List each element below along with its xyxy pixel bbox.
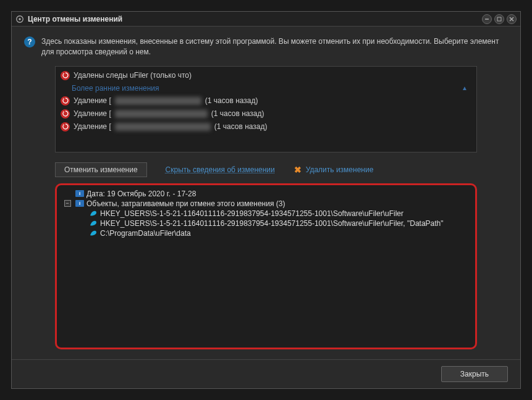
undo-change-button[interactable]: Отменить изменение — [55, 162, 147, 177]
change-suffix: (1 часов назад) — [214, 122, 268, 131]
change-prefix: Удаление [ — [74, 122, 111, 131]
footer: Закрыть — [12, 359, 520, 388]
tree-expander[interactable]: − — [62, 200, 73, 207]
redacted-text — [115, 110, 208, 118]
change-item[interactable]: Удаление [ (1 часов назад) — [56, 107, 476, 120]
details-panel: i Дата: 19 Октябрь 2020 г. - 17-28 − i О… — [55, 183, 477, 349]
change-suffix: (1 часов назад) — [205, 96, 258, 105]
delete-x-icon: ✖ — [293, 165, 302, 174]
close-window-button[interactable] — [507, 14, 517, 24]
objects-label: Объекты, затрагиваемые при отмене этого … — [87, 199, 285, 208]
app-icon — [15, 15, 24, 23]
path-text: HKEY_USERS\S-1-5-21-1164011116-291983795… — [100, 209, 403, 218]
info-badge-icon: i — [75, 190, 84, 197]
path-text: HKEY_USERS\S-1-5-21-1164011116-291983795… — [100, 219, 444, 228]
redacted-text — [115, 123, 211, 131]
registry-icon — [89, 209, 98, 218]
info-text: Здесь показаны изменения, внесенные в си… — [41, 36, 508, 57]
chevron-up-icon: ▲ — [462, 85, 468, 91]
titlebar: Центр отмены изменений — [12, 12, 520, 27]
path-text: C:\ProgramData\uFiler\data — [100, 229, 191, 238]
undo-icon — [61, 96, 70, 106]
hide-details-link[interactable]: Скрыть сведения об изменении — [166, 165, 275, 174]
change-suffix: (1 часов назад) — [211, 109, 264, 118]
undo-center-window: Центр отмены изменений ? Здесь показаны … — [11, 11, 521, 389]
registry-icon — [89, 219, 98, 228]
minus-icon: − — [64, 200, 71, 207]
delete-change-label: Удалить изменение — [306, 165, 374, 174]
change-prefix: Удаление [ — [74, 96, 111, 105]
change-label: Удалены следы uFiler (только что) — [74, 71, 192, 80]
undo-icon — [61, 109, 70, 119]
tree-objects-row[interactable]: − i Объекты, затрагиваемые при отмене эт… — [62, 199, 470, 209]
folder-icon — [89, 229, 98, 238]
minimize-button[interactable] — [482, 14, 492, 24]
tree-path-row[interactable]: C:\ProgramData\uFiler\data — [62, 228, 470, 238]
change-prefix: Удаление [ — [74, 109, 111, 118]
earlier-changes-header[interactable]: Более ранние изменения ▲ — [56, 82, 476, 94]
info-row: ? Здесь показаны изменения, внесенные в … — [24, 36, 508, 57]
earlier-header-text: Более ранние изменения — [72, 84, 159, 93]
tree-path-row[interactable]: HKEY_USERS\S-1-5-21-1164011116-291983795… — [62, 209, 470, 219]
date-label: Дата: 19 Октябрь 2020 г. - 17-28 — [87, 190, 196, 198]
undo-icon — [61, 122, 70, 131]
change-item-recent[interactable]: Удалены следы uFiler (только что) — [56, 69, 476, 82]
close-button[interactable]: Закрыть — [441, 366, 508, 382]
change-item[interactable]: Удаление [ (1 часов назад) — [56, 94, 476, 107]
delete-change-link[interactable]: ✖ Удалить изменение — [293, 165, 374, 174]
tree-date-row[interactable]: i Дата: 19 Октябрь 2020 г. - 17-28 — [62, 189, 470, 199]
window-title: Центр отмены изменений — [28, 15, 479, 23]
maximize-button[interactable] — [494, 14, 504, 24]
action-row: Отменить изменение Скрыть сведения об из… — [55, 162, 477, 177]
undo-icon — [61, 71, 70, 80]
redacted-text — [115, 97, 201, 105]
info-badge-icon: i — [75, 200, 84, 207]
help-icon: ? — [24, 36, 35, 48]
svg-rect-3 — [497, 17, 501, 21]
tree-path-row[interactable]: HKEY_USERS\S-1-5-21-1164011116-291983795… — [62, 219, 470, 228]
content-area: ? Здесь показаны изменения, внесенные в … — [12, 27, 520, 359]
change-item[interactable]: Удаление [ (1 часов назад) — [56, 120, 476, 133]
svg-point-1 — [19, 18, 21, 20]
changes-list: Удалены следы uFiler (только что) Более … — [55, 66, 477, 152]
